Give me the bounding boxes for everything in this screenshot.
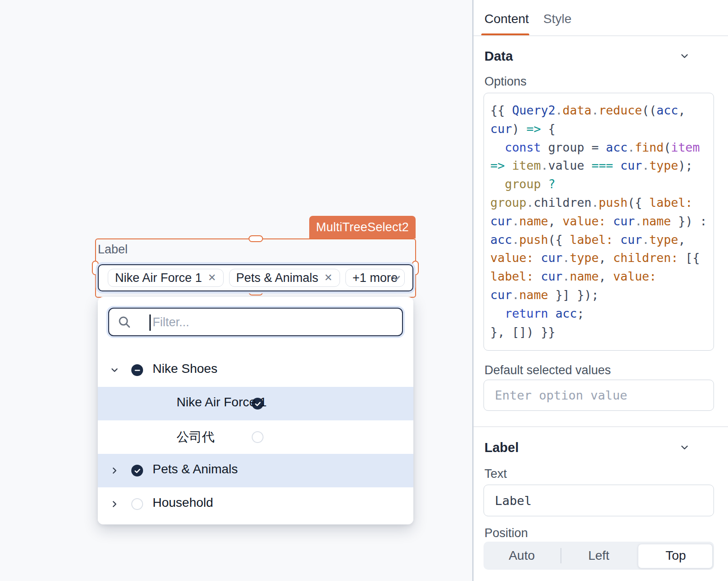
- position-label: Position: [484, 526, 528, 540]
- position-segmented-control: AutoLeftTop: [484, 542, 714, 570]
- tree-row-label: 公司代: [177, 429, 215, 446]
- dropdown-filter[interactable]: [108, 308, 403, 336]
- tag-remove-icon[interactable]: ✕: [324, 273, 332, 283]
- code-line: const group = acc.find(item: [490, 138, 714, 157]
- chevron-right-icon[interactable]: [110, 466, 120, 476]
- default-values-label: Default selected values: [484, 363, 611, 377]
- label-text-input[interactable]: [484, 485, 714, 516]
- code-line: => item.value === cur.type);: [490, 157, 714, 175]
- filter-input[interactable]: [152, 309, 398, 336]
- collapse-data-chevron-icon[interactable]: [679, 51, 690, 63]
- section-divider: [474, 426, 728, 427]
- section-header-data[interactable]: Data: [484, 49, 513, 64]
- text-label: Text: [484, 467, 507, 481]
- indeterminate-checkbox[interactable]: [131, 364, 143, 376]
- tree-row[interactable]: Nike Air Force 1: [98, 387, 413, 420]
- selected-tag: Nike Air Force 1✕: [108, 269, 224, 287]
- tree-row-label: Nike Shoes: [153, 362, 217, 376]
- code-line: cur) => {: [490, 120, 714, 138]
- select-dropdown-panel: Nike ShoesNike Air Force 1公司代Pets & Anim…: [98, 297, 413, 524]
- tag-label: Pets & Animals: [236, 271, 319, 285]
- tag-remove-icon[interactable]: ✕: [208, 273, 216, 283]
- unchecked-checkbox[interactable]: [131, 498, 143, 510]
- text-cursor: [149, 314, 151, 331]
- code-line: group.children.push({ label:: [490, 194, 714, 212]
- tree-row[interactable]: Nike Shoes: [98, 353, 413, 387]
- search-icon: [117, 315, 131, 331]
- tab-content[interactable]: Content: [484, 12, 529, 26]
- code-line: label: cur.name, value:: [490, 267, 714, 286]
- code-line: }, []) }}: [490, 323, 714, 342]
- code-line: value: cur.type, children: [{: [490, 249, 714, 267]
- position-option-left[interactable]: Left: [560, 542, 637, 570]
- code-line: acc.push({ label: cur.type,: [490, 231, 714, 249]
- component-name-badge: MultiTreeSelect2: [309, 216, 416, 238]
- default-values-input[interactable]: [484, 380, 714, 411]
- chevron-down-icon[interactable]: [110, 365, 120, 375]
- chevron-down-icon[interactable]: [390, 272, 402, 286]
- collapse-label-chevron-icon[interactable]: [679, 442, 690, 455]
- code-line: cur.name, value: cur.name }) :: [490, 212, 714, 231]
- tree-row-label: Nike Air Force 1: [177, 395, 267, 410]
- tree-row-label: Household: [153, 495, 213, 510]
- tabs-divider: [474, 35, 728, 36]
- tab-style[interactable]: Style: [543, 12, 571, 26]
- selected-tag: Pets & Animals✕: [229, 269, 340, 287]
- section-header-label[interactable]: Label: [484, 440, 519, 455]
- tree-row[interactable]: 公司代: [98, 420, 413, 454]
- tree-option-list: Nike ShoesNike Air Force 1公司代Pets & Anim…: [98, 353, 413, 521]
- tree-row[interactable]: Pets & Animals: [98, 454, 413, 487]
- code-line: group ?: [490, 175, 714, 194]
- code-line: cur.name }] });: [490, 286, 714, 305]
- position-option-auto[interactable]: Auto: [484, 542, 560, 570]
- options-label: Options: [484, 75, 527, 89]
- resize-handle-top[interactable]: [249, 235, 263, 242]
- selected-tags: Nike Air Force 1✕Pets & Animals✕: [108, 269, 340, 287]
- tag-label: Nike Air Force 1: [115, 271, 202, 285]
- tree-row-label: Pets & Animals: [153, 462, 238, 476]
- code-line: {{ Query2.data.reduce((acc,: [490, 101, 714, 120]
- chevron-right-icon[interactable]: [110, 499, 120, 509]
- position-option-top[interactable]: Top: [637, 542, 714, 570]
- unchecked-checkbox[interactable]: [252, 431, 263, 443]
- code-line: return acc;: [490, 305, 714, 323]
- multi-tree-select-control[interactable]: Nike Air Force 1✕Pets & Animals✕ +1 more: [98, 264, 413, 291]
- select-field-label: Label: [98, 243, 128, 257]
- tree-row[interactable]: Household: [98, 487, 413, 521]
- checked-checkbox[interactable]: [131, 465, 143, 476]
- options-code-editor[interactable]: {{ Query2.data.reduce((acc,cur) => { con…: [484, 93, 714, 351]
